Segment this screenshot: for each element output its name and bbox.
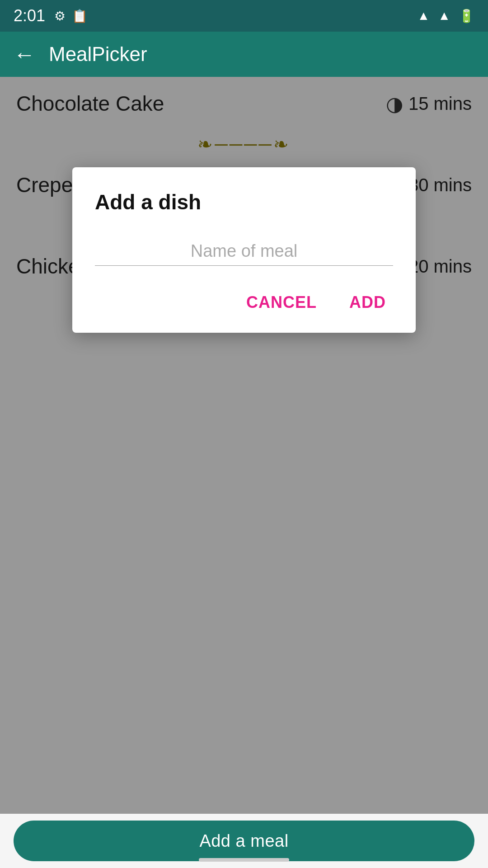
- app-bar: ← MealPicker: [0, 32, 488, 77]
- dialog-input-wrapper: [95, 237, 393, 266]
- add-meal-button[interactable]: Add a meal: [14, 821, 474, 861]
- signal-icon: ▲: [438, 9, 450, 23]
- status-icons: ⚙ 📋: [54, 9, 88, 24]
- add-dish-dialog: Add a dish CANCEL ADD: [72, 167, 416, 333]
- app-title: MealPicker: [49, 43, 147, 66]
- cancel-button[interactable]: CANCEL: [239, 288, 324, 316]
- status-left: 2:01 ⚙ 📋: [14, 6, 88, 25]
- dialog-title: Add a dish: [95, 190, 393, 214]
- status-right: ▲ ▲ 🔋: [418, 9, 474, 24]
- status-bar: 2:01 ⚙ 📋 ▲ ▲ 🔋: [0, 0, 488, 32]
- battery-icon: 🔋: [459, 9, 474, 24]
- dialog-actions: CANCEL ADD: [95, 288, 393, 316]
- status-time: 2:01: [14, 6, 45, 25]
- main-content: Chocolate Cake ◑ 15 mins ❧────❧ Crepes ◑…: [0, 77, 488, 814]
- add-button[interactable]: ADD: [342, 288, 393, 316]
- home-indicator: [199, 858, 289, 862]
- wifi-icon: ▲: [418, 9, 430, 23]
- settings-icon: ⚙: [54, 9, 66, 24]
- dialog-overlay: Add a dish CANCEL ADD: [0, 77, 488, 814]
- back-button[interactable]: ←: [14, 42, 35, 67]
- meal-name-input[interactable]: [95, 237, 393, 266]
- clipboard-icon: 📋: [72, 9, 88, 24]
